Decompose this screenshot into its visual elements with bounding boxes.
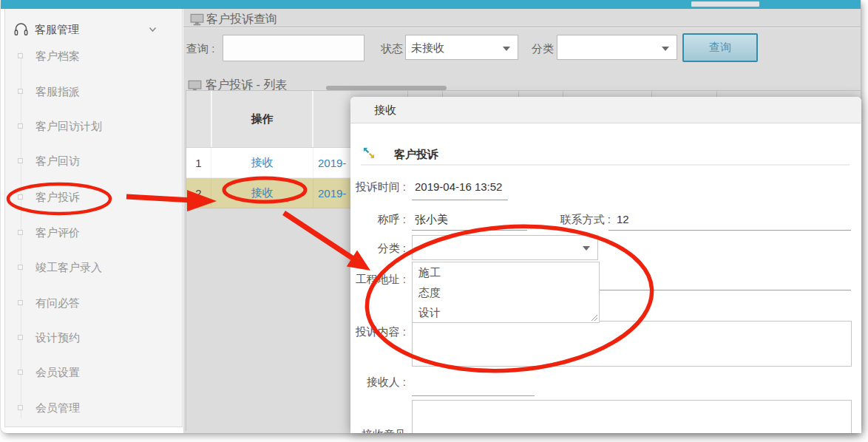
tree-node-icon xyxy=(18,194,23,200)
status-label: 状态 xyxy=(381,42,403,56)
status-select[interactable]: 未接收 xyxy=(405,35,518,60)
dialog-title: 接收 xyxy=(374,97,396,123)
name-label: 称呼 : xyxy=(350,213,406,227)
sidebar-item-label: 客户回访计划 xyxy=(35,120,102,134)
receiver-label: 接收人 : xyxy=(350,375,406,390)
field-underline xyxy=(608,230,851,231)
opinion-label: 接收意见 xyxy=(350,428,406,433)
row-index: 1 xyxy=(186,148,211,177)
sidebar-group-customer-service[interactable]: 客服管理 xyxy=(5,18,182,44)
tree-node-icon xyxy=(18,300,23,305)
sidebar-item-label: 会员设置 xyxy=(35,366,80,380)
complaint-icon xyxy=(362,146,376,160)
field-underline xyxy=(412,230,527,231)
search-button[interactable]: 查询 xyxy=(682,33,758,62)
field-underline xyxy=(412,395,535,396)
option-attitude[interactable]: 态度 xyxy=(413,282,599,302)
sidebar-item-member-settings[interactable]: 会员设置 xyxy=(5,361,182,384)
resize-handle-icon[interactable] xyxy=(590,313,597,321)
receive-link[interactable]: 接收 xyxy=(251,186,274,200)
sidebar-item-evaluation[interactable]: 客户评价 xyxy=(5,222,182,244)
sidebar-item-label: 客户回访 xyxy=(35,154,80,169)
content-textarea[interactable] xyxy=(412,321,852,367)
dialog-section-title: 客户投诉 xyxy=(394,148,438,162)
sidebar-item-label: 会员管理 xyxy=(35,401,80,415)
sidebar: 客服管理 客户档案 客服指派 客户回访计划 客户回访 客户投诉 客户评价 竣工客… xyxy=(4,9,183,427)
dropdown-arrow-icon xyxy=(583,246,590,251)
topbar-highlight xyxy=(691,1,759,7)
receive-link[interactable]: 接收 xyxy=(251,156,274,170)
sidebar-item-member-management[interactable]: 会员管理 xyxy=(5,397,182,419)
opinion-textarea[interactable] xyxy=(412,400,852,433)
top-accent-bar xyxy=(1,0,861,9)
dialog-titlebar[interactable]: 接收 xyxy=(350,97,861,123)
monitor-icon xyxy=(190,13,204,26)
contact-label: 联系方式 : xyxy=(557,213,611,227)
tree-node-icon xyxy=(18,123,23,129)
category-options-list: 施工 态度 设计 xyxy=(412,262,600,323)
receive-dialog: 接收 客户投诉 投诉时间 : 2019-04-16 13:52 称呼 : 张小美… xyxy=(350,97,861,433)
tree-node-icon xyxy=(18,53,23,58)
status-value: 未接收 xyxy=(411,41,444,54)
sidebar-item-revisit-plan[interactable]: 客户回访计划 xyxy=(5,115,182,137)
query-toolbar: 查询 : 状态 未接收 分类 查询 xyxy=(183,35,861,63)
sidebar-item-label: 设计预约 xyxy=(35,331,80,345)
sidebar-item-label: 客户投诉 xyxy=(35,191,80,205)
tree-node-icon xyxy=(18,158,23,163)
field-underline xyxy=(412,200,508,200)
sidebar-item-complaint[interactable]: 客户投诉 xyxy=(5,186,182,208)
address-label: 工程地址 : xyxy=(350,273,406,287)
dropdown-arrow-icon xyxy=(662,47,669,51)
app-window: 客服管理 客户档案 客服指派 客户回访计划 客户回访 客户投诉 客户评价 竣工客… xyxy=(0,0,868,442)
sidebar-item-label: 客户档案 xyxy=(35,50,80,64)
complaint-time-value[interactable]: 2019-04-16 13:52 xyxy=(415,180,502,193)
dropdown-arrow-icon xyxy=(503,47,510,51)
sidebar-item-qa[interactable]: 有问必答 xyxy=(5,292,182,314)
category-field-select[interactable] xyxy=(412,235,598,260)
sidebar-group-label: 客服管理 xyxy=(35,23,79,37)
chevron-down-icon xyxy=(149,27,157,33)
sidebar-item-customer-archive[interactable]: 客户档案 xyxy=(5,45,182,67)
category-select[interactable] xyxy=(557,35,677,60)
date-link[interactable]: 2019- xyxy=(318,157,346,169)
headset-icon xyxy=(13,21,29,37)
sidebar-item-label: 竣工客户录入 xyxy=(35,261,102,275)
divider xyxy=(183,27,861,28)
table-row[interactable]: 1 接收 2019- xyxy=(186,148,353,178)
date-link[interactable]: 2019- xyxy=(318,187,346,200)
search-label: 查询 : xyxy=(186,42,214,56)
table-row-selected[interactable]: 2 接收 2019- xyxy=(186,178,353,208)
sidebar-item-completed-entry[interactable]: 竣工客户录入 xyxy=(5,256,182,279)
category-label: 分类 xyxy=(532,42,554,56)
category-field-label: 分类 : xyxy=(350,242,406,256)
complaint-time-label: 投诉时间 : xyxy=(350,180,406,194)
sidebar-item-service-assign[interactable]: 客服指派 xyxy=(5,81,182,103)
divider xyxy=(361,164,850,166)
sidebar-item-label: 客服指派 xyxy=(35,85,80,99)
tree-node-icon xyxy=(18,335,23,340)
row-index: 2 xyxy=(186,178,211,208)
sidebar-item-design-appointment[interactable]: 设计预约 xyxy=(5,327,182,349)
sidebar-item-label: 有问必答 xyxy=(35,296,80,310)
query-panel-title: 客户投诉查询 xyxy=(206,12,277,27)
column-header-action: 操作 xyxy=(211,91,313,147)
option-construction[interactable]: 施工 xyxy=(413,262,599,282)
contact-value[interactable]: 12 xyxy=(617,213,629,225)
tree-node-icon xyxy=(18,230,23,235)
tree-node-icon xyxy=(18,405,23,410)
search-input[interactable] xyxy=(223,35,365,61)
complaint-table: 操作 1 接收 2019- 2 接收 2019- xyxy=(186,90,353,431)
sidebar-item-label: 客户评价 xyxy=(35,226,80,240)
tree-node-icon xyxy=(18,89,23,94)
browser-content: 客服管理 客户档案 客服指派 客户回访计划 客户回访 客户投诉 客户评价 竣工客… xyxy=(1,0,861,433)
sidebar-item-revisit[interactable]: 客户回访 xyxy=(5,150,182,172)
content-label: 投诉内容 : xyxy=(350,325,406,339)
name-value[interactable]: 张小美 xyxy=(415,213,448,227)
table-header: 操作 xyxy=(186,91,353,148)
option-design[interactable]: 设计 xyxy=(413,302,599,322)
tree-node-icon xyxy=(18,265,23,270)
tree-node-icon xyxy=(18,370,23,375)
